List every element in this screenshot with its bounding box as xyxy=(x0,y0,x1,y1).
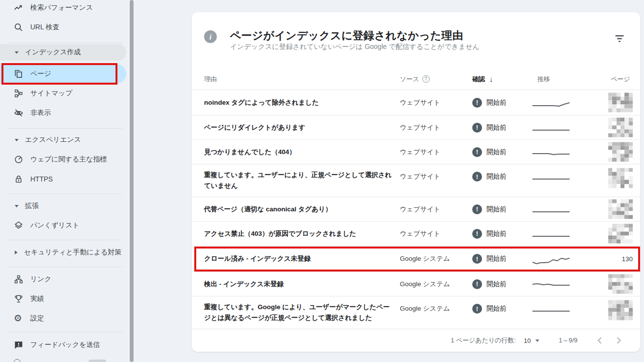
source-cell: ウェブサイト xyxy=(400,229,473,238)
censored-count xyxy=(608,168,633,188)
sidebar-section-experience[interactable]: エクスペリエンス xyxy=(0,130,126,150)
status-label: 開始前 xyxy=(486,304,506,313)
column-header-reason[interactable]: 理由 xyxy=(204,74,392,84)
divider xyxy=(8,267,122,267)
sidebar-item-https[interactable]: HTTPS xyxy=(0,169,126,189)
warning-icon: ! xyxy=(472,279,482,289)
censored-count xyxy=(608,224,633,244)
table-row[interactable]: noindex タグによって除外されました ウェブサイト !開始前 xyxy=(192,90,640,115)
source-cell: ウェブサイト xyxy=(400,205,473,214)
divider xyxy=(8,240,122,240)
sidebar-item-label: 設定 xyxy=(30,314,44,323)
table-pagination: 1 ページあたりの行数: 10 1～9/9 xyxy=(192,329,640,352)
pages-cell xyxy=(607,117,633,137)
source-cell: ウェブサイト xyxy=(400,98,473,107)
sidebar-section-enhancements[interactable]: 拡張 xyxy=(0,196,126,216)
table-row-crawled-not-indexed[interactable]: クロール済み - インデックス未登録 Google システム !開始前 130 xyxy=(192,246,640,272)
sidebar-item-removals[interactable]: 非表示 xyxy=(0,103,126,123)
warning-icon: ! xyxy=(472,123,482,133)
rows-per-page-label: 1 ページあたりの行数: xyxy=(451,336,516,345)
warning-icon: ! xyxy=(472,172,482,181)
sidebar-item-sitemaps[interactable]: サイトマップ xyxy=(0,84,126,103)
layers-icon xyxy=(14,221,23,230)
page-subtitle: インデックスに登録されていないページは Google で配信することができません xyxy=(230,43,480,51)
sidebar-item-core-web-vitals[interactable]: ウェブに関する主な指標 xyxy=(0,150,126,169)
source-cell: Google システム xyxy=(400,280,473,289)
trend-sparkline xyxy=(532,96,570,109)
column-header-source[interactable]: ソース ? xyxy=(400,75,473,84)
rows-per-page-select[interactable]: 10 xyxy=(524,337,539,344)
column-header-label: 確認 xyxy=(472,75,485,84)
sidebar-item-links[interactable]: リンク xyxy=(0,270,126,289)
trending-up-icon xyxy=(14,3,23,13)
table-row[interactable]: 重複しています。Google により、ユーザーがマークしたページとは異なるページ… xyxy=(192,296,640,329)
table-row[interactable]: 見つかりませんでした（404） ウェブサイト !開始前 xyxy=(192,140,640,164)
sidebar-item-search-performance[interactable]: 検索パフォーマンス xyxy=(0,0,126,18)
search-icon xyxy=(14,23,23,32)
reason-cell: アクセス禁止（403）が原因でブロックされました xyxy=(204,228,392,239)
reason-cell: 重複しています。ユーザーにより、正規ページとして選択されていません xyxy=(204,170,392,191)
rows-per-page-value: 10 xyxy=(524,337,530,344)
divider xyxy=(8,332,122,332)
table-row[interactable]: 検出 - インデックス未登録 Google システム !開始前 xyxy=(192,272,640,296)
column-header-label: ソース xyxy=(400,75,419,84)
warning-icon: ! xyxy=(472,304,482,314)
sidebar-item-label: ページ xyxy=(30,69,51,78)
table-row[interactable]: ページにリダイレクトがあります ウェブサイト !開始前 xyxy=(192,115,640,140)
previous-page-button[interactable] xyxy=(594,335,606,346)
reason-cell: ページにリダイレクトがあります xyxy=(204,122,392,133)
sidebar-item-breadcrumbs[interactable]: パンくずリスト xyxy=(0,216,126,235)
speed-gauge-icon xyxy=(14,155,23,164)
trend-sparkline xyxy=(532,252,570,265)
sidebar-section-security-manual-actions[interactable]: セキュリティと手動による対策 xyxy=(0,243,126,262)
sidebar-item-label: 実績 xyxy=(30,294,44,303)
partial-badge xyxy=(89,360,106,362)
chevron-down-icon xyxy=(15,205,19,207)
sidebar-section-label: 拡張 xyxy=(25,202,39,210)
lock-icon xyxy=(14,174,23,184)
sidebar-item-label: URL 検査 xyxy=(30,23,59,32)
sidebar-item-send-feedback[interactable]: フィードバックを送信 xyxy=(0,335,126,355)
pagination-range: 1～9/9 xyxy=(559,336,577,345)
status-label: 開始前 xyxy=(486,98,506,107)
sidebar-item-label: パンくずリスト xyxy=(30,221,79,230)
filter-list-icon[interactable] xyxy=(614,33,625,45)
table-row[interactable]: アクセス禁止（403）が原因でブロックされました ウェブサイト !開始前 xyxy=(192,222,640,246)
reason-cell: クロール済み - インデックス未登録 xyxy=(204,253,392,264)
sidebar-item-label: HTTPS xyxy=(30,175,53,183)
warning-icon: ! xyxy=(472,229,482,239)
status-label: 開始前 xyxy=(486,123,506,132)
table-row[interactable]: 重複しています。ユーザーにより、正規ページとして選択されていません ウェブサイト… xyxy=(192,164,640,197)
sidebar-item-achievements[interactable]: 実績 xyxy=(0,289,126,309)
reason-cell: noindex タグによって除外されました xyxy=(204,97,392,108)
trophy-icon xyxy=(14,294,23,304)
next-page-button[interactable] xyxy=(613,335,624,346)
sidebar-item-label: サイトマップ xyxy=(30,89,72,98)
source-cell: ウェブサイト xyxy=(400,123,473,132)
column-header-trend: 推移 xyxy=(537,75,550,84)
info-icon: i xyxy=(204,30,217,43)
sidebar-item-pages[interactable]: ページ xyxy=(0,64,126,84)
censored-count xyxy=(608,117,633,137)
table-header-row: 理由 ソース ? 確認 ↓ 推移 ページ xyxy=(192,68,640,90)
validation-cell: !開始前 xyxy=(472,123,506,133)
reason-cell: 代替ページ（適切な canonical タグあり） xyxy=(204,204,392,215)
sidebar-item-settings[interactable]: ⚙ 設定 xyxy=(0,309,126,328)
sidebar-section-indexing[interactable]: インデックス作成 xyxy=(0,44,126,61)
pages-cell xyxy=(607,199,633,219)
trend-sparkline xyxy=(532,146,570,158)
sort-descending-icon: ↓ xyxy=(489,75,493,83)
chevron-down-icon xyxy=(15,139,19,141)
sidebar-item-url-inspection[interactable]: URL 検査 xyxy=(0,18,126,37)
censored-count xyxy=(608,142,633,162)
source-cell: ウェブサイト xyxy=(400,148,473,157)
scrollbar-thumb[interactable] xyxy=(130,0,134,362)
column-header-pages: ページ xyxy=(611,75,630,84)
column-header-validation[interactable]: 確認 ↓ xyxy=(472,75,493,84)
pages-cell xyxy=(607,168,633,188)
help-icon[interactable]: ? xyxy=(422,75,430,83)
warning-icon: ! xyxy=(472,147,482,157)
pages-cell: 130 xyxy=(607,255,633,263)
chevron-right-icon xyxy=(15,250,18,254)
table-row[interactable]: 代替ページ（適切な canonical タグあり） ウェブサイト !開始前 xyxy=(192,197,640,222)
